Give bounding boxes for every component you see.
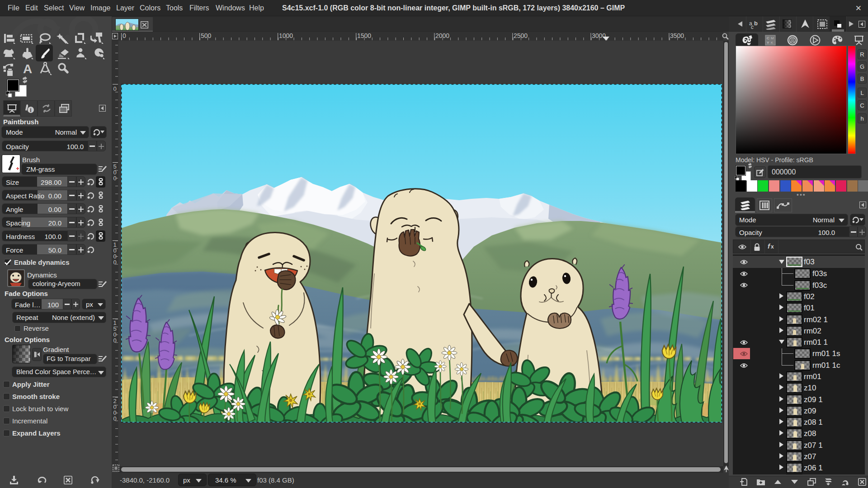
svg-text:b: b <box>754 20 758 27</box>
svg-text:0: 0 <box>113 175 116 182</box>
svg-text:3000: 3000 <box>592 32 606 39</box>
svg-text:2000: 2000 <box>435 32 449 39</box>
svg-text:A: A <box>23 62 32 75</box>
svg-text:1000: 1000 <box>279 32 293 39</box>
svg-text:2500: 2500 <box>514 32 528 39</box>
svg-text:M: M <box>771 36 774 40</box>
svg-text:C: C <box>767 36 769 40</box>
svg-text:Y: Y <box>767 41 769 45</box>
svg-text:0: 0 <box>113 259 116 266</box>
svg-text:K: K <box>771 41 774 45</box>
svg-text:3500: 3500 <box>670 32 684 39</box>
svg-text:0: 0 <box>113 85 116 92</box>
svg-text:1500: 1500 <box>357 32 371 39</box>
svg-text:i: i <box>30 107 31 113</box>
svg-text:0: 0 <box>123 32 126 39</box>
svg-text:0: 0 <box>113 337 116 344</box>
svg-text:0: 0 <box>113 415 116 422</box>
svg-text:c: c <box>751 24 754 29</box>
svg-text:500: 500 <box>201 32 212 39</box>
